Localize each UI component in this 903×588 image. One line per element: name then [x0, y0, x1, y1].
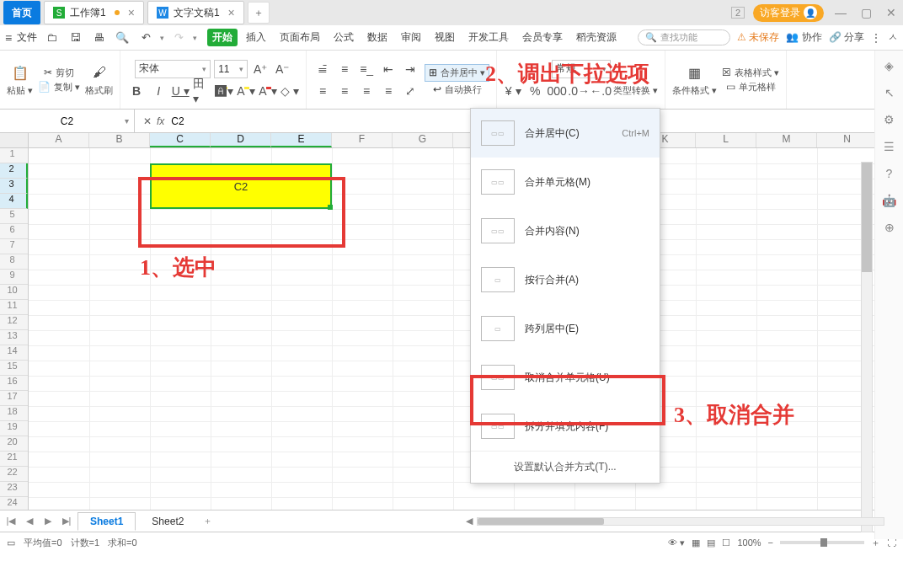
row-8[interactable]: 8 [0, 254, 28, 270]
orientation-button[interactable]: ⤢ [401, 82, 419, 100]
h-scroll-thumb[interactable] [478, 518, 604, 525]
row-10[interactable]: 10 [0, 285, 28, 300]
save-icon[interactable]: 🖫 [66, 29, 84, 47]
select-all-corner[interactable] [0, 133, 29, 147]
col-M[interactable]: M [756, 133, 817, 147]
dd-merge-cells[interactable]: ▭▭ 合并单元格(M) [471, 158, 660, 206]
wrap-text-button[interactable]: ↩自动换行 [433, 83, 482, 96]
view-page-icon[interactable]: ▤ [707, 537, 715, 548]
indent-button[interactable]: ⇥ [401, 60, 419, 78]
side-help-icon[interactable]: ? [886, 167, 893, 180]
row-6[interactable]: 6 [0, 224, 28, 239]
notif-badge[interactable]: 2 [731, 7, 745, 19]
side-settings-icon[interactable]: ⚙ [884, 113, 895, 126]
name-box[interactable]: ▾ [0, 110, 135, 132]
view-reading-icon[interactable]: ☐ [722, 537, 730, 548]
align-right-button[interactable]: ≡ [357, 82, 376, 100]
row-13[interactable]: 13 [0, 330, 28, 345]
cell-style-button[interactable]: ▭单元格样 [726, 81, 776, 94]
ribbon-tab-devtools[interactable]: 开发工具 [463, 29, 514, 46]
close-icon[interactable]: × [128, 6, 135, 19]
ribbon-tab-start[interactable]: 开始 [207, 29, 238, 46]
bold-button[interactable]: B [127, 82, 146, 100]
copy-button[interactable]: 📄复制 ▾ [38, 81, 80, 94]
close-window-button[interactable]: ✕ [883, 6, 900, 19]
highlight-color-button[interactable]: A▾ [237, 82, 255, 100]
row-11[interactable]: 11 [0, 300, 28, 315]
share-label[interactable]: 🔗 分享 [829, 30, 864, 45]
fill-color-button[interactable]: 🅰▾ [215, 82, 233, 100]
collapse-ribbon-icon[interactable]: ㅅ [888, 30, 898, 45]
fx-icon[interactable]: fx [157, 115, 164, 127]
row-18[interactable]: 18 [0, 406, 28, 421]
col-A[interactable]: A [29, 133, 89, 147]
paste-button[interactable]: 📋粘贴 ▾ [7, 62, 33, 97]
chevron-down-icon[interactable]: ▾ [125, 116, 129, 126]
row-3[interactable]: 3 [0, 179, 28, 194]
row-5[interactable]: 5 [0, 209, 28, 224]
menu-file[interactable]: 文件 [17, 30, 37, 45]
align-center-button[interactable]: ≡ [335, 82, 354, 100]
cut-button[interactable]: ✂剪切 [44, 67, 74, 79]
row-2[interactable]: 2 [0, 163, 28, 179]
search-input[interactable]: 🔍查找功能 [638, 29, 730, 45]
ribbon-tab-insert[interactable]: 插入 [241, 29, 271, 46]
open-icon[interactable]: 🗀 [42, 29, 61, 47]
vertical-scrollbar[interactable] [861, 162, 873, 532]
row-12[interactable]: 12 [0, 315, 28, 330]
side-assistant-icon[interactable]: ◈ [884, 59, 894, 72]
align-top-button[interactable]: ≡̄ [313, 60, 332, 78]
redo-icon[interactable]: ↷ [169, 29, 188, 47]
row-16[interactable]: 16 [0, 376, 28, 391]
add-sheet-button[interactable]: ＋ [200, 515, 215, 527]
side-select-icon[interactable]: ↖ [884, 86, 895, 99]
row-9[interactable]: 9 [0, 270, 28, 285]
row-19[interactable]: 19 [0, 421, 28, 436]
cond-format-button[interactable]: ▦条件格式 ▾ [672, 62, 717, 97]
row-4[interactable]: 4 [0, 194, 28, 209]
cancel-fx-icon[interactable]: ✕ [143, 115, 152, 127]
minimize-button[interactable]: — [832, 6, 849, 19]
font-size-select[interactable]: 11▾ [214, 60, 248, 78]
ribbon-tab-docer[interactable]: 稻壳资源 [571, 29, 622, 46]
italic-button[interactable]: I [149, 82, 168, 100]
format-painter-button[interactable]: 🖌格式刷 [85, 62, 113, 97]
horizontal-scrollbar[interactable]: ◀ ▶ [462, 516, 900, 527]
not-saved-label[interactable]: ⚠ 未保存 [737, 30, 779, 45]
dd-merge-rows[interactable]: ▭ 按行合并(A) [471, 255, 660, 304]
undo-icon[interactable]: ↶ [136, 29, 155, 47]
reading-mode-icon[interactable]: ▭ [7, 537, 15, 548]
view-normal-icon[interactable]: ▦ [692, 537, 700, 548]
ribbon-tab-member[interactable]: 会员专享 [517, 29, 568, 46]
row-21[interactable]: 21 [0, 452, 28, 467]
table-style-button[interactable]: ☒表格样式 ▾ [722, 67, 779, 79]
sheet-next-button[interactable]: ▶ [40, 516, 56, 527]
row-20[interactable]: 20 [0, 436, 28, 452]
close-icon[interactable]: × [228, 6, 235, 19]
tab-workbook1[interactable]: S 工作簿1 × [44, 1, 144, 24]
font-select[interactable]: 宋体▾ [135, 60, 211, 78]
redo-drop[interactable]: ▾ [193, 34, 197, 42]
zoom-out-button[interactable]: − [768, 537, 773, 548]
sheet-tab-2[interactable]: Sheet2 [139, 512, 196, 531]
preview-icon[interactable]: 🔍 [113, 29, 131, 47]
font-color-button[interactable]: A▾ [259, 82, 277, 100]
align-left-button[interactable]: ≡ [313, 82, 332, 100]
sheet-last-button[interactable]: ▶| [59, 516, 74, 527]
col-E[interactable]: E [271, 133, 332, 147]
row-17[interactable]: 17 [0, 391, 28, 406]
burger-icon[interactable]: ≡ [5, 31, 12, 45]
row-23[interactable]: 23 [0, 482, 28, 497]
tab-doc2[interactable]: W 文字文稿1 × [147, 1, 244, 24]
ribbon-tab-layout[interactable]: 页面布局 [275, 29, 325, 46]
name-box-input[interactable] [29, 115, 105, 128]
dd-merge-center[interactable]: ▭▭ 合并居中(C) Ctrl+M [471, 109, 660, 158]
v-scroll-thumb[interactable] [862, 163, 872, 272]
sheet-first-button[interactable]: |◀ [3, 516, 19, 527]
col-G[interactable]: G [393, 133, 453, 147]
col-L[interactable]: L [696, 133, 756, 147]
col-C[interactable]: C [150, 133, 211, 147]
new-tab-button[interactable]: ＋ [248, 2, 270, 24]
ribbon-tab-view[interactable]: 视图 [430, 29, 460, 46]
justify-button[interactable]: ≡ [379, 82, 398, 100]
